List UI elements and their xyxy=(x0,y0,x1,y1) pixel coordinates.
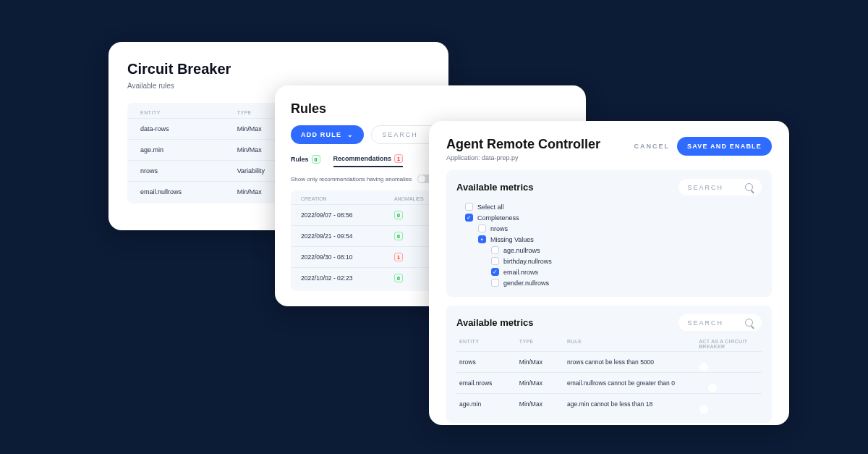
rules-title: Rules xyxy=(291,101,570,117)
chevron-down-icon: ⌄ xyxy=(347,131,354,138)
col-rule: RULE xyxy=(567,339,699,349)
available-metrics-rules-panel: Available metrics SEARCH ENTITY TYPE RUL… xyxy=(446,306,772,423)
tree-label: Completeness xyxy=(477,214,519,222)
metrics-rules-search-input[interactable]: SEARCH xyxy=(678,314,762,331)
tab-label: Recommendations xyxy=(333,155,392,162)
tree-item-birthday-nullrows[interactable]: birthday.nullrows xyxy=(456,256,762,266)
cell-entity: nrows xyxy=(459,358,519,366)
table-row[interactable]: age.min Min/Max age.min cannot be less t… xyxy=(456,393,762,414)
agent-title: Agent Remote Controller xyxy=(446,137,600,152)
cell-type: Min/Max xyxy=(519,379,567,387)
agent-controller-card: Agent Remote Controller Application: dat… xyxy=(429,121,789,425)
cell-creation: 2022/09/07 - 08:56 xyxy=(301,211,394,219)
tree-item-completeness[interactable]: ✓Completeness xyxy=(456,212,762,223)
anomaly-badge: 0 xyxy=(394,211,403,219)
circuit-breaker-title: Circuit Breaker xyxy=(127,61,430,77)
tree-item-nrows[interactable]: nrows xyxy=(456,223,762,234)
cell-rule: email.nullrows cannot be greater than 0 xyxy=(567,379,699,387)
checkbox-icon[interactable] xyxy=(491,279,499,287)
tree-label: Missing Values xyxy=(490,236,534,243)
tab-label: Rules xyxy=(291,156,309,163)
checkbox-icon[interactable] xyxy=(478,224,486,232)
tree-label: email.nrows xyxy=(503,269,538,276)
cell-type: Min/Max xyxy=(519,358,567,366)
anomaly-badge: 0 xyxy=(394,274,403,282)
cell-creation: 2022/10/02 - 02:23 xyxy=(301,274,394,282)
col-breaker: ACT AS A CIRCUIT BREAKER xyxy=(699,339,759,349)
tree-label: birthday.nullrows xyxy=(503,258,552,265)
tree-item-age-nullrows[interactable]: age.nullrows xyxy=(456,245,762,256)
tab-recommendations[interactable]: Recommendations 1 xyxy=(333,154,404,167)
search-placeholder: SEARCH xyxy=(687,319,723,327)
cell-entity: age.min xyxy=(459,400,519,408)
col-creation: CREATION xyxy=(301,196,394,201)
available-metrics-tree-panel: Available metrics SEARCH Select all ✓Com… xyxy=(446,170,772,297)
tree-item-gender-nullrows[interactable]: gender.nullrows xyxy=(456,277,762,288)
tree-item-email-nrows[interactable]: ✓email.nrows xyxy=(456,266,762,277)
table-row[interactable]: nrows Min/Max nrows cannot be less than … xyxy=(456,351,762,372)
col-entity: ENTITY xyxy=(140,110,237,115)
tree-label: age.nullrows xyxy=(503,247,540,254)
search-icon xyxy=(745,319,753,327)
cell-entity: age.min xyxy=(140,146,237,154)
tree-item-missing-values[interactable]: ▪Missing Values xyxy=(456,234,762,245)
col-type: TYPE xyxy=(519,339,567,349)
tab-rules[interactable]: Rules 0 xyxy=(291,154,320,167)
cell-entity: data-rows xyxy=(140,125,237,133)
cell-creation: 2022/09/21 - 09:54 xyxy=(301,232,394,240)
tree-label: Select all xyxy=(477,203,504,211)
checkbox-icon[interactable]: ✓ xyxy=(465,214,473,222)
cell-rule: nrows cannot be less than 5000 xyxy=(567,358,699,366)
checkbox-icon[interactable] xyxy=(491,246,499,254)
tab-badge: 1 xyxy=(394,154,403,163)
anomaly-badge: 1 xyxy=(394,253,403,261)
cell-entity: nrows xyxy=(140,167,237,175)
cell-rule: age.min cannot be less than 18 xyxy=(567,400,699,408)
tree-label: nrows xyxy=(490,225,508,232)
agent-subtitle: Application: data-prep.py xyxy=(446,154,600,161)
table-header: ENTITY TYPE RULE ACT AS A CIRCUIT BREAKE… xyxy=(456,337,762,351)
checkbox-icon[interactable] xyxy=(465,203,473,211)
add-rule-label: ADD RULE xyxy=(301,131,341,138)
cell-entity: email.nrows xyxy=(459,379,519,387)
col-entity: ENTITY xyxy=(459,339,519,349)
cancel-button[interactable]: CANCEL xyxy=(634,143,670,150)
anomaly-badge: 0 xyxy=(394,232,403,240)
cell-entity: email.nullrows xyxy=(140,188,237,196)
cell-creation: 2022/09/30 - 08:10 xyxy=(301,253,394,261)
checkbox-icon[interactable] xyxy=(491,257,499,265)
metrics-tree: Select all ✓Completeness nrows ▪Missing … xyxy=(456,201,762,288)
add-rule-button[interactable]: ADD RULE ⌄ xyxy=(291,125,364,144)
cell-type: Min/Max xyxy=(519,400,567,408)
anomaly-filter-label: Show only recommendations having anomali… xyxy=(291,176,412,182)
save-enable-button[interactable]: SAVE AND ENABLE xyxy=(677,137,772,156)
search-icon xyxy=(745,183,753,191)
panel-title: Available metrics xyxy=(456,317,533,328)
search-placeholder: SEARCH xyxy=(687,184,723,191)
table-row[interactable]: email.nrows Min/Max email.nullrows canno… xyxy=(456,372,762,393)
checkbox-icon[interactable]: ▪ xyxy=(478,235,486,243)
panel-title: Available metrics xyxy=(456,182,533,193)
tree-item-select-all[interactable]: Select all xyxy=(456,201,762,212)
metrics-search-input[interactable]: SEARCH xyxy=(678,179,762,196)
checkbox-icon[interactable]: ✓ xyxy=(491,268,499,276)
tab-badge: 0 xyxy=(312,155,320,164)
tree-label: gender.nullrows xyxy=(503,279,549,287)
